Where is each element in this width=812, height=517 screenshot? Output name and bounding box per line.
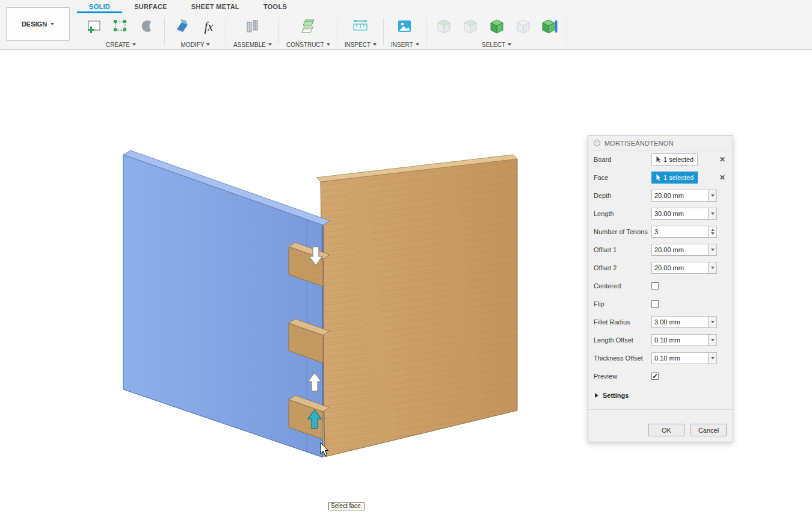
- offset1-label: Offset 1: [594, 246, 651, 253]
- flip-row: Flip: [588, 295, 733, 313]
- wood-board[interactable]: [316, 155, 517, 457]
- group-select-label[interactable]: SELECT: [482, 40, 511, 49]
- chevron-down-icon: [373, 43, 377, 46]
- create-sketch-icon[interactable]: [84, 16, 105, 37]
- group-modify-label[interactable]: MODIFY: [181, 40, 211, 49]
- length-offset-input[interactable]: [651, 334, 709, 346]
- cursor-icon: [656, 174, 661, 181]
- offset1-input[interactable]: [651, 244, 709, 256]
- tab-surface[interactable]: SURFACE: [122, 0, 179, 13]
- tab-tools-label: TOOLS: [263, 3, 287, 10]
- depth-input[interactable]: [651, 190, 709, 202]
- ribbon-tabs: SOLID SURFACE SHEET METAL TOOLS: [77, 0, 299, 13]
- design-menu-label: DESIGN: [22, 20, 47, 28]
- tab-surface-label: SURFACE: [134, 3, 167, 10]
- chevron-down-icon: [508, 43, 511, 46]
- construct-plane-icon[interactable]: [298, 16, 318, 37]
- ribbon: CREATE fx MODIFY ASSEMBLE: [77, 13, 567, 49]
- group-insert-label[interactable]: INSERT: [391, 40, 419, 49]
- group-create-label[interactable]: CREATE: [106, 40, 136, 49]
- length-offset-row: Length Offset: [588, 331, 733, 349]
- group-insert: INSERT: [384, 13, 426, 49]
- length-offset-dropdown-button[interactable]: [709, 334, 717, 346]
- select-priority-icon[interactable]: [540, 16, 560, 37]
- collapse-dialog-icon[interactable]: [594, 140, 600, 146]
- create-box-icon[interactable]: [111, 16, 131, 37]
- group-assemble: ASSEMBLE: [226, 13, 279, 49]
- preview-row: Preview ✓: [588, 367, 733, 385]
- fillet-radius-row: Fillet Radius: [588, 313, 733, 331]
- depth-row: Depth: [588, 187, 733, 205]
- cancel-button[interactable]: Cancel: [691, 424, 727, 436]
- face-selection-chip[interactable]: 1 selected: [651, 172, 698, 184]
- length-input[interactable]: [651, 208, 709, 220]
- group-select: SELECT: [426, 13, 567, 49]
- press-pull-icon[interactable]: [172, 16, 192, 37]
- group-assemble-label[interactable]: ASSEMBLE: [233, 40, 272, 49]
- dialog-header[interactable]: MORTISEANDTENON: [588, 136, 733, 150]
- design-menu-button[interactable]: DESIGN: [6, 7, 70, 41]
- depth-label: Depth: [594, 192, 651, 199]
- group-modify: fx MODIFY: [165, 13, 226, 49]
- clear-face-selection-button[interactable]: ✕: [718, 173, 727, 182]
- tab-tools[interactable]: TOOLS: [251, 0, 299, 13]
- clear-board-selection-button[interactable]: ✕: [718, 155, 727, 164]
- offset2-label: Offset 2: [594, 264, 651, 271]
- select-window-icon[interactable]: [434, 16, 454, 37]
- thickness-offset-input[interactable]: [651, 352, 709, 364]
- dialog-title: MORTISEANDTENON: [604, 140, 674, 147]
- chevron-down-icon: [711, 357, 715, 359]
- cursor-icon: [656, 156, 661, 163]
- toolbar-area: DESIGN SOLID SURFACE SHEET METAL TOOLS C…: [0, 0, 812, 50]
- number-of-tenons-label: Number of Tenons: [594, 228, 651, 235]
- number-of-tenons-stepper[interactable]: [709, 226, 717, 238]
- flip-label: Flip: [594, 300, 651, 308]
- tab-solid-label: SOLID: [89, 3, 110, 10]
- group-create: CREATE: [77, 13, 165, 49]
- assemble-joint-icon[interactable]: [242, 16, 263, 37]
- chevron-down-icon: [711, 339, 715, 341]
- offset2-input[interactable]: [651, 262, 709, 274]
- thickness-offset-dropdown-button[interactable]: [709, 352, 717, 364]
- centered-checkbox[interactable]: [651, 282, 659, 289]
- length-label: Length: [594, 210, 651, 217]
- ok-button[interactable]: OK: [648, 424, 684, 436]
- length-row: Length: [588, 205, 733, 223]
- tab-solid[interactable]: SOLID: [77, 0, 122, 13]
- select-box-icon[interactable]: [513, 16, 534, 37]
- group-construct: CONSTRUCT: [279, 13, 337, 49]
- dialog-footer: OK Cancel: [588, 409, 733, 442]
- preview-checkbox[interactable]: ✓: [651, 373, 659, 380]
- insert-image-icon[interactable]: [395, 16, 415, 37]
- depth-dropdown-button[interactable]: [709, 190, 717, 202]
- fillet-radius-label: Fillet Radius: [594, 318, 651, 326]
- measure-icon[interactable]: [350, 16, 371, 37]
- board-selection-chip[interactable]: 1 selected: [651, 153, 698, 166]
- select-body-icon[interactable]: [487, 16, 507, 37]
- flip-checkbox[interactable]: [651, 300, 659, 308]
- group-inspect: INSPECT: [337, 13, 384, 49]
- fillet-radius-input[interactable]: [651, 316, 709, 328]
- chevron-down-icon: [51, 23, 54, 25]
- offset2-dropdown-button[interactable]: [709, 262, 717, 274]
- stepper-up-icon[interactable]: [711, 229, 715, 231]
- stepper-down-icon[interactable]: [711, 232, 715, 235]
- thickness-offset-row: Thickness Offset: [588, 349, 733, 367]
- settings-expander[interactable]: Settings: [588, 385, 733, 406]
- chevron-down-icon: [416, 43, 419, 46]
- chevron-down-icon: [268, 43, 272, 46]
- tab-sheet-metal[interactable]: SHEET METAL: [179, 0, 251, 13]
- offset1-dropdown-button[interactable]: [709, 244, 717, 256]
- chevron-down-icon: [327, 43, 330, 46]
- face-row: Face 1 selected ✕: [588, 169, 733, 187]
- number-of-tenons-input[interactable]: [651, 226, 709, 238]
- parameters-fx-icon[interactable]: fx: [198, 16, 219, 37]
- select-freeform-icon[interactable]: [460, 16, 481, 37]
- create-form-icon[interactable]: [137, 16, 158, 37]
- length-dropdown-button[interactable]: [709, 208, 717, 220]
- fillet-radius-dropdown-button[interactable]: [709, 316, 717, 328]
- board-label: Board: [594, 156, 651, 163]
- group-inspect-label[interactable]: INSPECT: [345, 40, 377, 49]
- chevron-down-icon: [711, 194, 715, 197]
- group-construct-label[interactable]: CONSTRUCT: [286, 40, 330, 49]
